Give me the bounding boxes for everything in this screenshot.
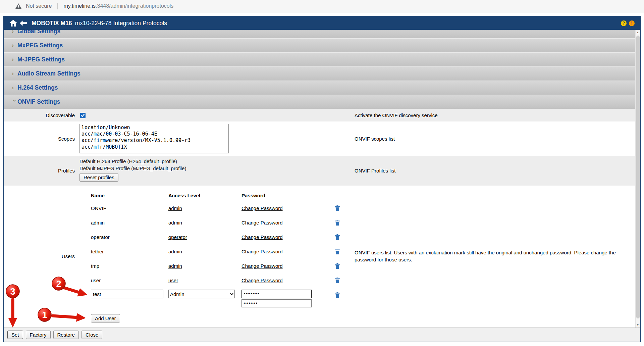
table-row: ONVIF admin Change Password [79,201,355,215]
footer-toolbar: Set Factory Restore Close [4,328,640,342]
access-level-link[interactable]: user [168,278,241,283]
scroll-up-icon[interactable]: ▲ [636,30,640,35]
user-name: admin [91,220,168,226]
alert-icon[interactable]: ! [629,20,635,26]
close-button[interactable]: Close [82,331,102,339]
access-level-link[interactable]: admin [168,205,241,211]
section-global-settings[interactable]: › Global Settings [4,30,635,39]
change-password-link[interactable]: Change Password [241,234,334,240]
url-path: :3448/admin/integrationprotocols [96,3,173,9]
address-bar-divider [57,3,58,9]
user-name: user [91,278,168,283]
discoverable-label: Discoverable [4,109,79,121]
change-password-link[interactable]: Change Password [241,249,334,254]
settings-content: › Global Settings › MxPEG Settings › M-J… [4,30,635,328]
delete-user-icon[interactable] [334,291,341,298]
change-password-link[interactable]: Change Password [241,263,334,269]
home-icon[interactable] [8,18,18,28]
col-access-level: Access Level [168,193,241,198]
table-row: admin admin Change Password [79,215,355,230]
section-onvif-settings[interactable]: › ONVIF Settings [4,95,635,109]
table-row: user user Change Password [79,273,355,288]
access-level-link[interactable]: admin [168,249,241,254]
change-password-link[interactable]: Change Password [241,220,334,226]
col-password: Password [241,193,334,198]
page-header: MOBOTIX M16 mx10-22-6-78 Integration Pro… [4,16,640,30]
chevron-right-icon: › [12,70,17,77]
mobotix-admin-window: MOBOTIX M16 mx10-22-6-78 Integration Pro… [3,16,641,342]
chevron-right-icon: › [12,84,17,91]
new-user-password-input[interactable] [241,290,312,298]
col-name: Name [91,193,168,198]
warning-icon [15,3,21,9]
section-audio-stream-settings[interactable]: › Audio Stream Settings [4,67,635,81]
section-mxpeg-settings[interactable]: › MxPEG Settings [4,39,635,53]
table-row: tmp admin Change Password [79,259,355,273]
scopes-label: Scopes [4,121,79,156]
scroll-down-icon[interactable]: ▼ [636,323,640,328]
browser-address-bar[interactable]: Not secure my.timeline.is:3448/admin/int… [0,0,644,12]
chevron-down-icon: › [11,100,18,105]
new-user-password-confirm-input[interactable] [241,299,312,307]
access-level-link[interactable]: operator [168,234,241,240]
scopes-textarea[interactable]: location/Unknown acc/mac/00-03-C5-16-06-… [79,124,229,153]
profile-mjpeg: Default MJPEG Profile (MJPEG_default_pro… [79,165,355,172]
chevron-right-icon: › [12,30,17,35]
new-user-row: Admin [79,290,355,307]
reset-profiles-button[interactable]: Reset profiles [79,173,118,182]
scrollbar-thumb[interactable] [636,36,640,318]
back-icon[interactable] [18,18,28,28]
table-row: operator operator Change Password [79,230,355,244]
users-help: ONVIF users list. Users with an exclamat… [355,186,635,327]
change-password-link[interactable]: Change Password [241,278,334,283]
add-user-button[interactable]: Add User [91,314,120,323]
url-host: my.timeline.is [63,3,96,9]
user-name: operator [91,234,168,240]
delete-user-icon[interactable] [334,205,341,212]
brand-label: MOBOTIX M16 [32,20,72,27]
user-name: tether [91,249,168,254]
set-button[interactable]: Set [7,331,23,339]
new-user-access-select[interactable]: Admin [168,290,235,298]
profiles-row: Profiles Default H.264 Profile (H264_def… [4,156,635,186]
section-mjpeg-settings[interactable]: › M-JPEG Settings [4,53,635,67]
new-user-name-input[interactable] [91,290,163,298]
users-row: Users Name Access Level Password ONVIF a… [4,186,635,327]
user-name: ONVIF [91,205,168,211]
security-warning-label: Not secure [26,3,52,9]
delete-user-icon[interactable] [334,277,341,284]
change-password-link[interactable]: Change Password [241,205,334,211]
access-level-link[interactable]: admin [168,263,241,269]
scopes-row: Scopes location/Unknown acc/mac/00-03-C5… [4,121,635,156]
users-label: Users [4,186,79,327]
table-row: tether admin Change Password [79,244,355,259]
delete-user-icon[interactable] [334,263,341,269]
delete-user-icon[interactable] [334,219,341,226]
restore-button[interactable]: Restore [53,331,79,339]
users-table-header: Name Access Level Password [79,190,355,201]
profile-h264: Default H.264 Profile (H264_default_prof… [79,158,355,165]
screen: { "browser": { "warning_text": "Not secu… [0,0,644,346]
discoverable-row: Discoverable Activate the ONVIF discover… [4,109,635,121]
access-level-link[interactable]: admin [168,220,241,226]
delete-user-icon[interactable] [334,234,341,241]
page-title: mx10-22-6-78 Integration Protocols [75,20,167,27]
scopes-help: ONVIF scopes list [355,121,635,156]
profiles-label: Profiles [4,156,79,186]
chevron-right-icon: › [12,42,17,49]
chevron-right-icon: › [12,56,17,63]
page-scrollbar[interactable]: ▲ ▼ [635,30,640,328]
discoverable-checkbox[interactable] [80,113,86,118]
delete-user-icon[interactable] [334,248,341,255]
url-text[interactable]: my.timeline.is:3448/admin/integrationpro… [63,3,173,9]
section-h264-settings[interactable]: › H.264 Settings [4,81,635,95]
discoverable-help: Activate the ONVIF discovery service [355,109,635,121]
help-icon[interactable]: ? [621,20,627,26]
factory-button[interactable]: Factory [26,331,51,339]
profiles-help: ONVIF Profiles list [355,156,635,186]
user-name: tmp [91,263,168,269]
